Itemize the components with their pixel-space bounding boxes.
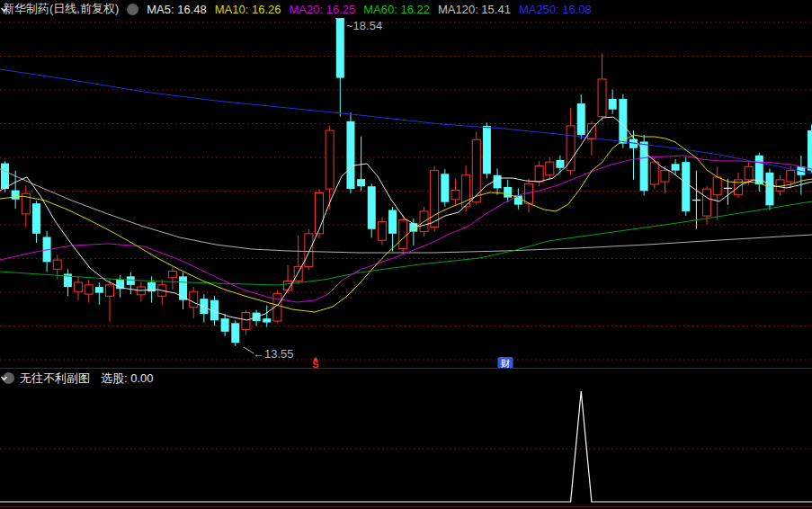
candle-body [95, 287, 103, 293]
chevron-down-icon[interactable] [3, 372, 14, 384]
candle [316, 189, 324, 238]
candle [43, 231, 51, 272]
candle [525, 178, 533, 212]
candle [22, 185, 30, 227]
candle [472, 131, 480, 204]
candle [85, 280, 93, 303]
candle [294, 236, 302, 283]
candle-body [200, 299, 208, 314]
candle [221, 314, 229, 336]
candle-body [399, 219, 407, 248]
candle [609, 90, 617, 114]
candle [682, 157, 690, 216]
candle [95, 282, 103, 305]
candle [483, 122, 491, 178]
candle-body [546, 162, 554, 175]
ma-value-ma5: MA5: 16.48 [147, 3, 207, 16]
candle-body [535, 166, 543, 183]
candle [336, 18, 344, 117]
candle [231, 320, 239, 346]
candle-body [336, 18, 344, 78]
candle-body [85, 285, 93, 294]
candle [755, 153, 763, 192]
stock-title: 新华制药(日线,前复权) [3, 1, 119, 17]
candle [504, 180, 512, 202]
candle-body [672, 164, 680, 170]
candle-body [619, 99, 627, 144]
panel-separator [0, 368, 812, 369]
candle [368, 183, 376, 237]
candle-body [368, 186, 376, 229]
candle-body [388, 210, 397, 234]
candle [451, 179, 460, 205]
candle-body [504, 187, 512, 198]
candle-body [494, 175, 502, 189]
candle-body [441, 174, 449, 201]
candle [242, 310, 250, 335]
candle [650, 157, 658, 189]
candle-body [305, 234, 313, 267]
candle-body [127, 276, 135, 285]
candle-body [263, 318, 271, 322]
candle-body [346, 121, 354, 189]
stock-app-window: 新华制药(日线,前复权) MA5: 16.48MA10: 16.26MA20: … [0, 0, 812, 509]
ma-value-ma20: MA20: 16.25 [290, 3, 356, 16]
candle [127, 272, 135, 294]
ma-value-ma120: MA120: 15.41 [438, 3, 511, 16]
annotation-tick [335, 18, 341, 19]
candle-body [640, 141, 648, 191]
candle-body [53, 260, 61, 269]
candle [462, 165, 470, 211]
sub-indicator-header: 无往不利副图 选股: 0.00 [0, 370, 812, 387]
candle-body [106, 285, 114, 296]
candle-body [32, 203, 40, 234]
candle-body [242, 313, 250, 330]
candle [158, 280, 166, 305]
candle [64, 269, 72, 296]
candle-body [598, 79, 606, 117]
candle [378, 218, 386, 246]
candle-body [451, 191, 460, 200]
candle-body [231, 323, 239, 343]
candle-body [661, 171, 669, 182]
candle-body [577, 103, 585, 135]
candle [284, 265, 292, 293]
candle [724, 179, 732, 205]
main-candlestick-chart[interactable]: ~18.54←13.55S财 [0, 18, 812, 369]
candle [388, 207, 397, 252]
candle [598, 53, 606, 121]
ma-value-ma250: MA250: 16.08 [519, 3, 592, 16]
candle [765, 168, 773, 210]
candle [535, 161, 543, 186]
candle [179, 272, 187, 309]
signal-line [0, 391, 812, 502]
candle [32, 201, 40, 243]
price-annotation: ←13.55 [253, 347, 294, 361]
chart-header: 新华制药(日线,前复权) MA5: 16.48MA10: 16.26MA20: … [0, 0, 812, 18]
candle [399, 215, 407, 253]
candle-body [745, 166, 753, 180]
candle-body [326, 130, 334, 189]
ma-line-ma250 [0, 69, 812, 174]
sub-indicator-value: 选股: 0.00 [101, 371, 154, 387]
candle [346, 112, 354, 193]
sub-indicator-name: 无往不利副图 [20, 371, 90, 387]
candle-body [378, 222, 386, 240]
candle-body [75, 282, 83, 291]
candle-body [221, 318, 229, 332]
candle-body [650, 162, 658, 184]
candle-body [190, 291, 198, 308]
ma-value-ma60: MA60: 16.22 [363, 3, 430, 16]
candle [546, 157, 554, 180]
signal-subchart[interactable] [0, 387, 812, 509]
ma-legend: MA5: 16.48MA10: 16.26MA20: 16.25MA60: 16… [147, 3, 592, 16]
chevron-down-icon[interactable] [127, 4, 138, 15]
candle-body [316, 193, 324, 234]
candle [168, 266, 176, 290]
candle [577, 94, 585, 139]
candle-body [137, 287, 145, 295]
candle-body [431, 171, 439, 228]
candle [305, 229, 313, 270]
candle-body [12, 191, 20, 200]
candle-body [294, 266, 302, 281]
